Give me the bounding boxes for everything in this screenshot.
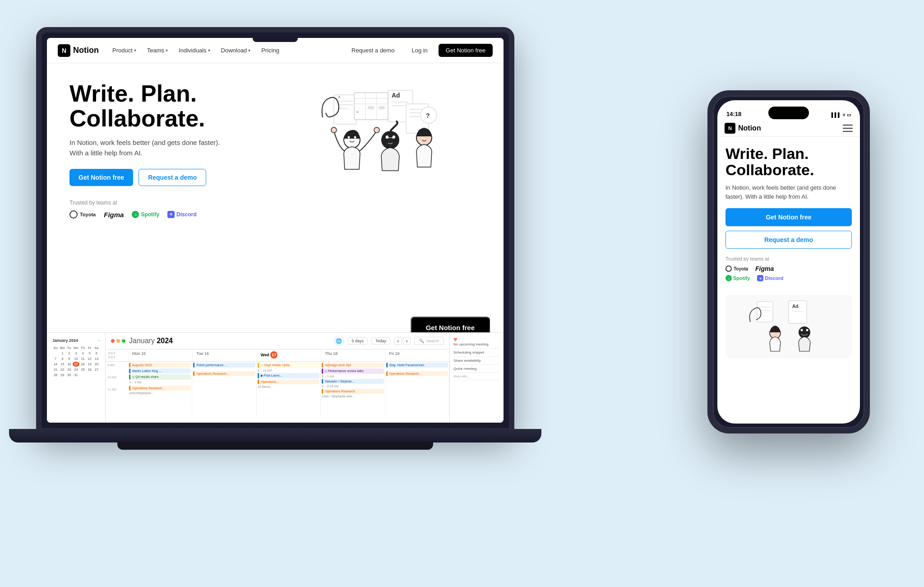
svg-point-42 [799, 326, 810, 338]
chevron-down-icon: ▾ [248, 48, 250, 53]
cal-today-button[interactable]: Today [371, 337, 390, 345]
phone-figma-logo: Figma [755, 265, 774, 272]
phone-device: 14:18 ▌▌▌ ▿ ▭ N Notion [707, 90, 879, 443]
event-mlk[interactable]: Martin Luther King ... [129, 368, 191, 373]
phone-nav-logo[interactable]: N Notion [725, 123, 843, 134]
phone-spotify-icon: ♫ [725, 275, 732, 281]
svg-text:Ad: Ad [792, 304, 798, 309]
svg-point-26 [381, 131, 399, 149]
event-post-launch[interactable]: ▶ Post-Launc... [258, 373, 319, 378]
cal-sr-scheduling[interactable]: Scheduling snippet [453, 349, 500, 357]
get-notion-free-button-nav[interactable]: Get Notion free [439, 44, 493, 57]
nav-link-teams[interactable]: Teams ▾ [143, 45, 172, 56]
hamburger-menu-button[interactable] [843, 125, 853, 132]
event-augusto-ooo[interactable]: Augusto OOO [129, 363, 191, 368]
cal-day-mon: Mon 15 [128, 349, 192, 361]
event-ops-research-wed[interactable]: Operations... [258, 379, 319, 384]
cal-sr-meet[interactable]: Meet with... [453, 373, 500, 380]
figma-logo: Figma [104, 211, 124, 219]
chevron-down-icon: ▾ [166, 48, 168, 53]
phone-discord-icon: ⚙ [757, 275, 763, 281]
nav-link-download[interactable]: Download ▾ [217, 45, 255, 56]
event-ops-research-mon[interactable]: Operations Research... [129, 386, 191, 391]
laptop-notch [253, 38, 298, 42]
svg-point-24 [331, 127, 337, 133]
event-salvador[interactable]: Salvador / Stephan... [322, 379, 383, 384]
svg-point-31 [420, 135, 422, 136]
phone-trusted-label: Trusted by teams at [725, 256, 852, 261]
cal-events-grid: 9 AM10 AM11 AM Augusto OOO Martin Luther… [106, 362, 449, 416]
cal-mini-grid: Su Mo Tu We Th Fr Sa 1 2 3 4 5 6 [52, 345, 100, 377]
cal-globe-icon[interactable]: 🌐 [333, 335, 344, 346]
request-demo-button[interactable]: Request a demo [345, 44, 401, 56]
hero-subtext: In Notion, work feels better (and gets d… [69, 138, 232, 158]
cal-toolbar: January January 20242024 🌐 5 days Today … [106, 333, 449, 349]
spotify-icon: ♫ [132, 211, 139, 218]
event-finish-perf[interactable]: Finish performance ... [193, 363, 255, 368]
event-perf-review[interactable]: ◇ Performance review talks [322, 368, 383, 374]
cal-mini-nav[interactable]: › [98, 338, 100, 343]
discord-logo: ⚙ Discord [167, 211, 197, 218]
event-ops-research-tue[interactable]: Operations Research... [193, 371, 255, 376]
nav-link-product[interactable]: Product ▾ [108, 45, 141, 56]
cal-view-selector[interactable]: 5 days [348, 337, 368, 345]
signal-icon: ▌▌▌ [832, 112, 841, 117]
login-button[interactable]: Log in [405, 44, 434, 56]
cal-events-mon: Augusto OOO Martin Luther King ... ◇ Q4 … [128, 362, 192, 416]
get-notion-free-button-hero[interactable]: Get Notion free [69, 169, 133, 186]
nav-logo[interactable]: N Notion [58, 44, 99, 57]
request-demo-button-hero[interactable]: Request a demo [139, 169, 206, 186]
event-q4[interactable]: ◇ Q4 results share [129, 374, 191, 380]
phone-request-demo-button[interactable]: Request a demo [725, 231, 852, 249]
cal-toolbar-right: 🌐 5 days Today ‹ › 🔍 Search [333, 335, 444, 346]
chevron-down-icon: ▾ [134, 48, 136, 53]
cal-events-tue: Finish performance ... Operations Resear… [192, 362, 256, 416]
phone-time: 14:18 [726, 111, 741, 117]
phone-illustration: Ad [725, 295, 852, 358]
cal-next-button[interactable]: › [403, 337, 411, 345]
cal-prev-button[interactable]: ‹ [394, 337, 402, 345]
event-ops-research-fri[interactable]: Operations Research... [386, 371, 448, 376]
svg-text:?: ? [426, 112, 430, 119]
svg-text:Ad: Ad [392, 92, 400, 99]
cal-sr-quick-meeting[interactable]: Quick meeting [453, 365, 500, 373]
nav-link-pricing[interactable]: Pricing [257, 45, 284, 56]
event-dept-heads[interactable]: ☆ Dept Heads Upda... [258, 363, 319, 368]
cal-mini-header: January 2024 › [52, 338, 100, 343]
nav-actions: Request a demo Log in Get Notion free [345, 44, 493, 57]
notion-icon-letter: N [62, 47, 66, 54]
nav-logo-text: Notion [73, 46, 99, 55]
phone-status-icons: ▌▌▌ ▿ ▭ [832, 112, 851, 117]
cal-sr-availability[interactable]: Share availability [453, 357, 500, 365]
cal-events-thu: Santiago work trip! ◇ Performance review… [321, 362, 385, 416]
svg-rect-35 [757, 302, 773, 322]
calendar-mini-sidebar: January 2024 › Su Mo Tu We Th Fr Sa 1 2 [47, 333, 106, 423]
toyota-circle-icon [69, 210, 78, 219]
phone-get-notion-free-button[interactable]: Get Notion free [725, 208, 852, 226]
calendar-main: January January 20242024 🌐 5 days Today … [106, 333, 449, 423]
phone-screen: 14:18 ▌▌▌ ▿ ▭ N Notion [717, 100, 860, 424]
phone-toyota-icon [725, 266, 732, 272]
cal-search[interactable]: 🔍 Search [414, 337, 444, 345]
cal-sidebar-right: 📅 No upcoming meeting Scheduling snippet… [449, 333, 504, 423]
cal-time-col: 9 AM10 AM11 AM [106, 362, 128, 416]
nav-link-individuals[interactable]: Individuals ▾ [174, 45, 214, 56]
search-icon: 🔍 [419, 339, 424, 343]
svg-rect-20 [379, 106, 385, 109]
laptop-device: N Notion Product ▾ Teams ▾ Individuals [36, 27, 532, 524]
battery-icon: ▭ [847, 112, 851, 117]
event-ops-research-thu[interactable]: Operations Research... [322, 389, 383, 394]
cal-day-thu: Thu 18 [321, 349, 385, 361]
hero-section: Write. Plan. Collaborate. In Notion, wor… [47, 63, 504, 280]
cal-sr-no-meeting: 📅 No upcoming meeting [453, 336, 500, 349]
nav-links: Product ▾ Teams ▾ Individuals ▾ Download… [108, 45, 345, 56]
event-santiago[interactable]: Santiago work trip! [322, 363, 383, 368]
laptop-foot [117, 442, 433, 450]
phone-discord-logo: ⚙ Discord [757, 275, 783, 281]
wifi-icon: ▿ [843, 112, 845, 117]
phone-navbar: N Notion [717, 120, 860, 137]
event-stay-hotel[interactable]: Stay: Hotel Panamerican [386, 363, 448, 368]
hero-buttons: Get Notion free Request a demo [69, 169, 259, 186]
cal-events-wed: ☆ Dept Heads Upda... 8 – 10 AM ▶ Post-La… [257, 362, 321, 416]
svg-point-25 [374, 127, 379, 133]
